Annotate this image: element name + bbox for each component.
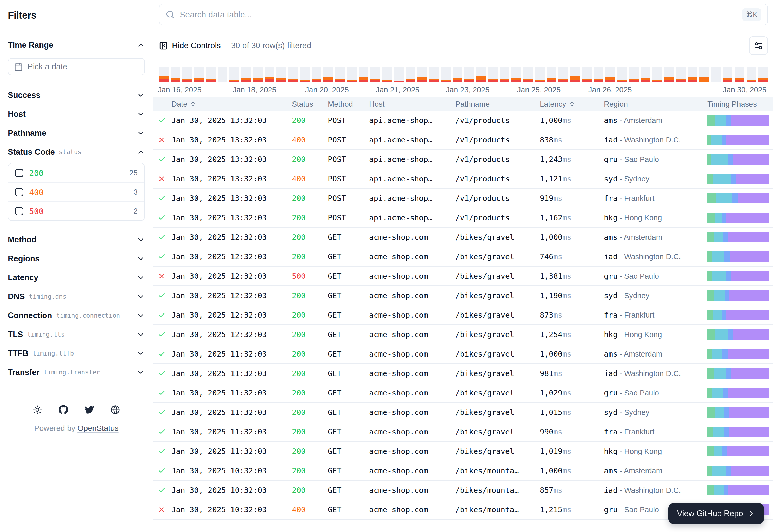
table-row[interactable]: Jan 30, 2025 13:32:03 200 POST api.acme-… [153, 150, 773, 169]
table-row[interactable]: Jan 30, 2025 11:32:03 200 GET acme-shop.… [153, 403, 773, 422]
timeline-bar[interactable] [464, 67, 474, 82]
timeline-bar[interactable] [629, 67, 639, 82]
checkbox[interactable] [15, 188, 23, 196]
status-option-500[interactable]: 500 2 [8, 201, 144, 220]
table-row[interactable]: Jan 30, 2025 13:32:03 400 POST api.acme-… [153, 130, 773, 150]
view-options-button[interactable] [749, 36, 768, 55]
globe-icon[interactable] [111, 405, 120, 414]
filter-section-connection[interactable]: Connectiontiming.connection [8, 306, 145, 325]
table-row[interactable]: Jan 30, 2025 12:32:03 200 GET acme-shop.… [153, 228, 773, 247]
filter-section-success[interactable]: Success [8, 86, 145, 105]
table-row[interactable]: Jan 30, 2025 10:32:03 200 GET acme-shop.… [153, 481, 773, 500]
status-option-400[interactable]: 400 3 [8, 182, 144, 201]
timeline-bar[interactable] [700, 67, 709, 82]
status-option-200[interactable]: 200 25 [8, 163, 144, 182]
filter-section-ttfb[interactable]: TTFBtiming.ttfb [8, 344, 145, 363]
filter-section-status-code[interactable]: Status Code status [8, 142, 145, 161]
hide-controls-button[interactable]: Hide Controls [159, 41, 221, 50]
timeline-bar[interactable] [547, 67, 556, 82]
filter-section-method[interactable]: Method [8, 230, 145, 249]
timeline-bar[interactable] [535, 67, 545, 82]
timeline-bar[interactable] [206, 67, 216, 82]
table-row[interactable]: Jan 30, 2025 11:32:03 200 GET acme-shop.… [153, 364, 773, 383]
timeline-bar[interactable] [488, 67, 498, 82]
timeline-bar[interactable] [265, 67, 274, 82]
timeline-bar[interactable] [159, 67, 168, 82]
header-latency[interactable]: Latency [540, 100, 604, 108]
timeline-bar[interactable] [523, 67, 533, 82]
table-row[interactable]: Jan 30, 2025 13:32:03 200 POST api.acme-… [153, 111, 773, 130]
timeline-bar[interactable] [417, 67, 427, 82]
timeline-bar[interactable] [229, 67, 239, 82]
timeline-bar[interactable] [312, 67, 321, 82]
timeline-bar[interactable] [276, 67, 286, 82]
timeline-bar[interactable] [335, 67, 345, 82]
timeline-bar[interactable] [570, 67, 580, 82]
timeline-bar[interactable] [382, 67, 392, 82]
table-row[interactable]: Jan 30, 2025 11:32:03 200 GET acme-shop.… [153, 344, 773, 364]
timeline-bar[interactable] [182, 67, 192, 82]
timeline-bar[interactable] [347, 67, 357, 82]
table-row[interactable]: Jan 30, 2025 12:32:03 200 GET acme-shop.… [153, 305, 773, 325]
timeline-bar[interactable] [688, 67, 697, 82]
timeline-bar[interactable] [241, 67, 251, 82]
table-row[interactable]: Jan 30, 2025 12:32:03 200 GET acme-shop.… [153, 247, 773, 267]
filter-section-dns[interactable]: DNStiming.dns [8, 287, 145, 306]
filter-section-host[interactable]: Host [8, 105, 145, 124]
timeline-bar[interactable] [300, 67, 310, 82]
timeline-bar[interactable] [441, 67, 451, 82]
timeline-bar[interactable] [323, 67, 333, 82]
table-row[interactable]: Jan 30, 2025 12:32:03 200 GET acme-shop.… [153, 286, 773, 305]
twitter-icon[interactable] [85, 405, 94, 414]
timeline-bar[interactable] [641, 67, 651, 82]
timeline-bar[interactable] [617, 67, 627, 82]
timeline-bar[interactable] [747, 67, 756, 82]
checkbox[interactable] [15, 169, 23, 177]
timeline-bar[interactable] [558, 67, 568, 82]
timeline-bar[interactable] [582, 67, 592, 82]
timeline-bar[interactable] [664, 67, 674, 82]
table-row[interactable]: Jan 30, 2025 13:32:03 200 POST api.acme-… [153, 208, 773, 228]
timeline-bar[interactable] [171, 67, 180, 82]
table-row[interactable]: Jan 30, 2025 12:32:03 200 GET acme-shop.… [153, 325, 773, 344]
theme-toggle-sun-icon[interactable] [33, 405, 42, 414]
timeline-bar[interactable] [288, 67, 298, 82]
table-row[interactable]: Jan 30, 2025 10:32:03 200 GET acme-shop.… [153, 461, 773, 481]
filter-section-latency[interactable]: Latency [8, 268, 145, 287]
table-row[interactable]: Jan 30, 2025 13:32:03 400 POST api.acme-… [153, 169, 773, 189]
timeline-bar[interactable] [653, 67, 662, 82]
header-date[interactable]: Date [171, 100, 292, 108]
filter-section-regions[interactable]: Regions [8, 249, 145, 268]
filter-section-pathname[interactable]: Pathname [8, 124, 145, 142]
timeline-bar[interactable] [394, 67, 404, 82]
timeline-bar[interactable] [723, 67, 733, 82]
filter-section-tls[interactable]: TLStiming.tls [8, 325, 145, 344]
timeline-bar[interactable] [359, 67, 368, 82]
timeline-bar[interactable] [253, 67, 263, 82]
table-row[interactable]: Jan 30, 2025 13:32:03 200 POST api.acme-… [153, 189, 773, 208]
openstatus-link[interactable]: OpenStatus [77, 424, 118, 432]
table-row[interactable]: Jan 30, 2025 12:32:03 500 GET acme-shop.… [153, 267, 773, 286]
table-row[interactable]: Jan 30, 2025 11:32:03 200 GET acme-shop.… [153, 422, 773, 442]
timeline-bar[interactable] [370, 67, 380, 82]
timeline-bar[interactable] [594, 67, 604, 82]
timeline-bar[interactable] [429, 67, 439, 82]
timeline-bar[interactable] [218, 67, 227, 82]
timeline-bar[interactable] [476, 67, 486, 82]
timeline-bar[interactable] [406, 67, 415, 82]
table-row[interactable]: Jan 30, 2025 11:32:03 200 GET acme-shop.… [153, 442, 773, 461]
github-icon[interactable] [59, 405, 68, 414]
timeline-bar[interactable] [500, 67, 509, 82]
date-picker-button[interactable]: Pick a date [8, 58, 145, 75]
timeline-bar[interactable] [511, 67, 521, 82]
timeline-bar[interactable] [758, 67, 768, 82]
checkbox[interactable] [15, 207, 23, 215]
table-row[interactable]: Jan 30, 2025 11:32:03 200 GET acme-shop.… [153, 383, 773, 403]
timeline-bar[interactable] [735, 67, 744, 82]
search-input[interactable] [180, 10, 737, 19]
timeline-bar[interactable] [606, 67, 615, 82]
timeline-bar[interactable] [711, 67, 721, 82]
timeline-bar[interactable] [676, 67, 686, 82]
filter-section-time-range[interactable]: Time Range [8, 36, 145, 54]
timeline-bar[interactable] [453, 67, 462, 82]
